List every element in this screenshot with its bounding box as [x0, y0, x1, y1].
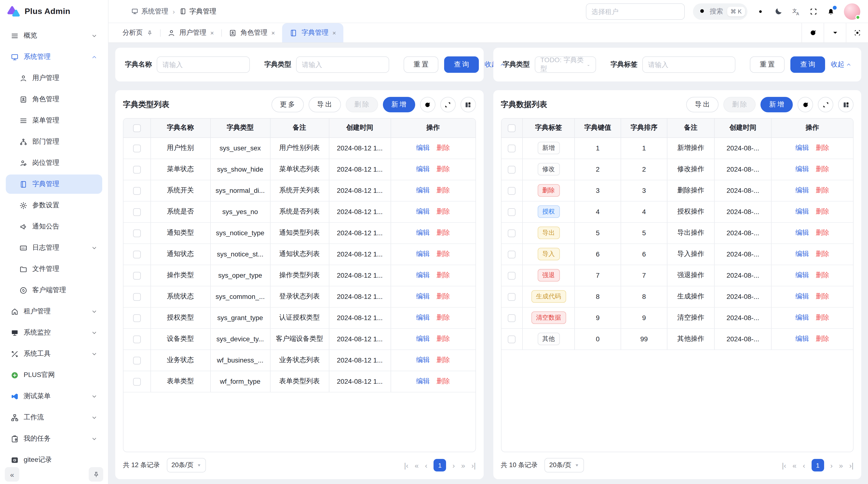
- row-checkbox[interactable]: [508, 166, 516, 173]
- delete-link[interactable]: 删除: [816, 271, 829, 279]
- delete-link[interactable]: 删除: [436, 313, 450, 321]
- row-checkbox[interactable]: [133, 208, 141, 216]
- avatar[interactable]: [844, 3, 860, 20]
- dict-label-input[interactable]: [642, 56, 735, 73]
- row-checkbox[interactable]: [508, 144, 516, 152]
- delete-link[interactable]: 删除: [436, 165, 450, 172]
- delete-button[interactable]: 删除: [345, 97, 378, 112]
- delete-link[interactable]: 删除: [436, 334, 450, 342]
- row-checkbox[interactable]: [133, 335, 141, 343]
- tab-close-icon[interactable]: ×: [271, 29, 275, 36]
- next-page-button[interactable]: ›: [453, 461, 455, 469]
- delete-link[interactable]: 删除: [816, 165, 829, 172]
- row-checkbox[interactable]: [508, 272, 516, 279]
- sidebar-item[interactable]: 岗位管理: [6, 153, 102, 172]
- prev-page-button[interactable]: ‹: [803, 461, 805, 469]
- tab[interactable]: 字典管理 ×: [282, 23, 343, 42]
- notifications-button[interactable]: [826, 6, 836, 16]
- language-button[interactable]: [791, 6, 801, 16]
- tab[interactable]: 用户管理 ×: [160, 23, 221, 42]
- table-refresh-button[interactable]: [798, 97, 813, 112]
- row-checkbox[interactable]: [508, 251, 516, 258]
- fullscreen-button[interactable]: [809, 7, 818, 16]
- add-button[interactable]: 新增: [761, 97, 793, 112]
- edit-link[interactable]: 编辑: [796, 292, 809, 300]
- edit-link[interactable]: 编辑: [416, 207, 430, 215]
- sidebar-item[interactable]: 系统工具: [6, 344, 102, 363]
- sidebar-item[interactable]: 概览: [6, 26, 102, 45]
- sidebar-item[interactable]: 部门管理: [6, 132, 102, 151]
- sidebar-item[interactable]: 系统管理: [6, 47, 102, 67]
- sidebar-item[interactable]: gitee记录: [6, 450, 102, 465]
- delete-link[interactable]: 删除: [436, 186, 450, 194]
- delete-link[interactable]: 删除: [436, 228, 450, 236]
- table-refresh-button[interactable]: [420, 97, 435, 112]
- row-checkbox[interactable]: [508, 187, 516, 195]
- delete-link[interactable]: 删除: [436, 250, 450, 257]
- page-size-select[interactable]: 20条/页▼: [166, 458, 206, 473]
- sidebar-item[interactable]: 我的任务: [6, 429, 102, 448]
- current-page[interactable]: 1: [812, 459, 824, 472]
- sidebar-item[interactable]: 工作流: [6, 408, 102, 427]
- tab[interactable]: 分析页 ×: [115, 23, 160, 42]
- delete-link[interactable]: 删除: [816, 228, 829, 236]
- sidebar-item[interactable]: 测试菜单: [6, 387, 102, 406]
- last-page-button[interactable]: ›|: [471, 461, 476, 469]
- table-expand-button[interactable]: [818, 97, 833, 112]
- row-checkbox[interactable]: [133, 314, 141, 322]
- select-all-checkbox[interactable]: [508, 124, 516, 132]
- query-button[interactable]: 查询: [444, 56, 479, 73]
- delete-button[interactable]: 删除: [723, 97, 756, 112]
- dark-mode-toggle[interactable]: [774, 6, 783, 16]
- delete-link[interactable]: 删除: [816, 292, 829, 300]
- first-page-button[interactable]: |‹: [404, 461, 408, 469]
- sidebar-item[interactable]: 菜单管理: [6, 111, 102, 130]
- edit-link[interactable]: 编辑: [416, 144, 430, 151]
- delete-link[interactable]: 删除: [816, 334, 829, 342]
- reset-button[interactable]: 重置: [404, 56, 438, 73]
- row-checkbox[interactable]: [133, 378, 141, 385]
- last-page-button[interactable]: ›|: [849, 461, 854, 469]
- sidebar-item[interactable]: 参数设置: [6, 196, 102, 215]
- dict-type-input[interactable]: [296, 56, 389, 73]
- prev-5-button[interactable]: «: [415, 461, 419, 469]
- delete-link[interactable]: 删除: [436, 377, 450, 385]
- sidebar-item[interactable]: 用户管理: [6, 68, 102, 88]
- settings-button[interactable]: [756, 6, 765, 16]
- edit-link[interactable]: 编辑: [796, 186, 809, 194]
- tenant-select-input[interactable]: [586, 3, 684, 20]
- row-checkbox[interactable]: [133, 229, 141, 237]
- export-button[interactable]: 导出: [308, 97, 341, 112]
- table-columns-button[interactable]: [460, 97, 476, 112]
- delete-link[interactable]: 删除: [816, 207, 829, 215]
- tab-close-icon[interactable]: ×: [210, 29, 214, 36]
- edit-link[interactable]: 编辑: [416, 377, 430, 385]
- edit-link[interactable]: 编辑: [796, 313, 809, 321]
- sidebar-item[interactable]: 通知公告: [6, 217, 102, 236]
- delete-link[interactable]: 删除: [816, 144, 829, 151]
- next-5-button[interactable]: »: [461, 461, 465, 469]
- sidebar-item[interactable]: 角色管理: [6, 90, 102, 109]
- hamburger-menu-icon[interactable]: [115, 7, 124, 16]
- sidebar-item[interactable]: 系统监控: [6, 323, 102, 342]
- edit-link[interactable]: 编辑: [796, 165, 809, 172]
- edit-link[interactable]: 编辑: [796, 207, 809, 215]
- sidebar-item[interactable]: 文件管理: [6, 259, 102, 279]
- sidebar-pin-button[interactable]: [89, 467, 103, 482]
- edit-link[interactable]: 编辑: [796, 250, 809, 257]
- page-size-select[interactable]: 20条/页▼: [545, 458, 584, 473]
- sidebar-collapse-button[interactable]: «: [5, 467, 19, 482]
- edit-link[interactable]: 编辑: [416, 186, 430, 194]
- delete-link[interactable]: 删除: [436, 356, 450, 363]
- more-button[interactable]: 更多: [271, 97, 304, 112]
- tab[interactable]: 角色管理 ×: [221, 23, 282, 42]
- export-button[interactable]: 导出: [686, 97, 718, 112]
- edit-link[interactable]: 编辑: [416, 292, 430, 300]
- delete-link[interactable]: 删除: [816, 186, 829, 194]
- row-checkbox[interactable]: [508, 314, 516, 322]
- row-checkbox[interactable]: [508, 208, 516, 216]
- edit-link[interactable]: 编辑: [416, 228, 430, 236]
- edit-link[interactable]: 编辑: [416, 165, 430, 172]
- row-checkbox[interactable]: [508, 293, 516, 300]
- edit-link[interactable]: 编辑: [416, 250, 430, 257]
